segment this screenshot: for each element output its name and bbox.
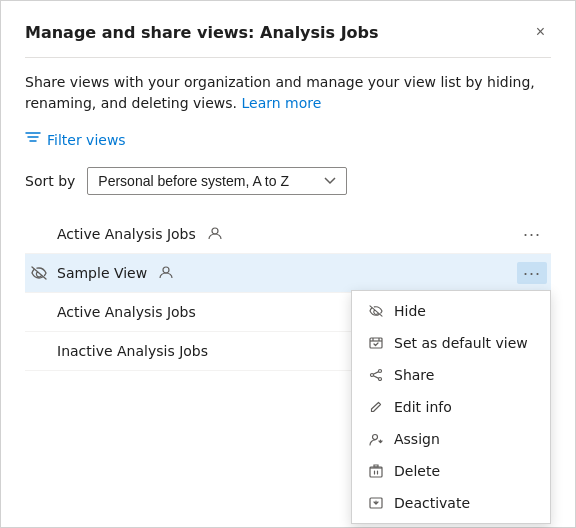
- personal-icon: [208, 226, 222, 243]
- menu-label: Deactivate: [394, 495, 470, 511]
- more-options-button[interactable]: ···: [517, 262, 547, 284]
- svg-point-0: [212, 228, 218, 234]
- svg-point-6: [373, 435, 378, 440]
- filter-label: Filter views: [47, 132, 126, 148]
- view-name: Active Analysis Jobs: [57, 226, 196, 242]
- close-button[interactable]: ×: [530, 21, 551, 43]
- deactivate-icon: [368, 495, 384, 511]
- view-name: Active Analysis Jobs: [57, 304, 196, 320]
- hide-icon: [368, 303, 384, 319]
- menu-item-delete[interactable]: Delete: [352, 455, 550, 487]
- edit-icon: [368, 399, 384, 415]
- svg-point-4: [379, 378, 382, 381]
- sort-by-label: Sort by: [25, 173, 75, 189]
- dialog-header: Manage and share views: Analysis Jobs ×: [25, 21, 551, 43]
- list-item: Sample View ··· Hide Set a: [25, 254, 551, 293]
- filter-icon: [25, 130, 41, 149]
- header-divider: [25, 57, 551, 58]
- menu-label: Delete: [394, 463, 440, 479]
- menu-label: Edit info: [394, 399, 452, 415]
- svg-point-5: [371, 374, 374, 377]
- dialog-title: Manage and share views: Analysis Jobs: [25, 23, 379, 42]
- menu-label: Set as default view: [394, 335, 528, 351]
- delete-icon: [368, 463, 384, 479]
- svg-point-1: [163, 267, 169, 273]
- menu-item-assign[interactable]: Assign: [352, 423, 550, 455]
- manage-views-dialog: Manage and share views: Analysis Jobs × …: [0, 0, 576, 528]
- menu-item-deactivate[interactable]: Deactivate: [352, 487, 550, 519]
- filter-views-row[interactable]: Filter views: [25, 130, 551, 149]
- menu-item-share[interactable]: Share: [352, 359, 550, 391]
- sort-select[interactable]: Personal before system, A to ZPersonal b…: [87, 167, 347, 195]
- view-name: Sample View: [57, 265, 147, 281]
- menu-label: Assign: [394, 431, 440, 447]
- list-item: Active Analysis Jobs ···: [25, 215, 551, 254]
- svg-rect-2: [370, 338, 382, 348]
- assign-icon: [368, 431, 384, 447]
- default-view-icon: [368, 335, 384, 351]
- context-menu: Hide Set as default view Share: [351, 290, 551, 524]
- menu-label: Share: [394, 367, 434, 383]
- menu-label: Hide: [394, 303, 426, 319]
- description-text: Share views with your organization and m…: [25, 72, 551, 114]
- personal-icon: [159, 265, 173, 282]
- menu-item-set-default[interactable]: Set as default view: [352, 327, 550, 359]
- menu-item-hide[interactable]: Hide: [352, 295, 550, 327]
- share-icon: [368, 367, 384, 383]
- view-name: Inactive Analysis Jobs: [57, 343, 208, 359]
- learn-more-link[interactable]: Learn more: [242, 95, 322, 111]
- menu-item-edit-info[interactable]: Edit info: [352, 391, 550, 423]
- svg-point-3: [379, 370, 382, 373]
- sort-row: Sort by Personal before system, A to ZPe…: [25, 167, 551, 195]
- hidden-icon: [29, 266, 49, 280]
- views-list: Active Analysis Jobs ··· Sample View ···: [25, 215, 551, 371]
- more-options-button[interactable]: ···: [517, 223, 547, 245]
